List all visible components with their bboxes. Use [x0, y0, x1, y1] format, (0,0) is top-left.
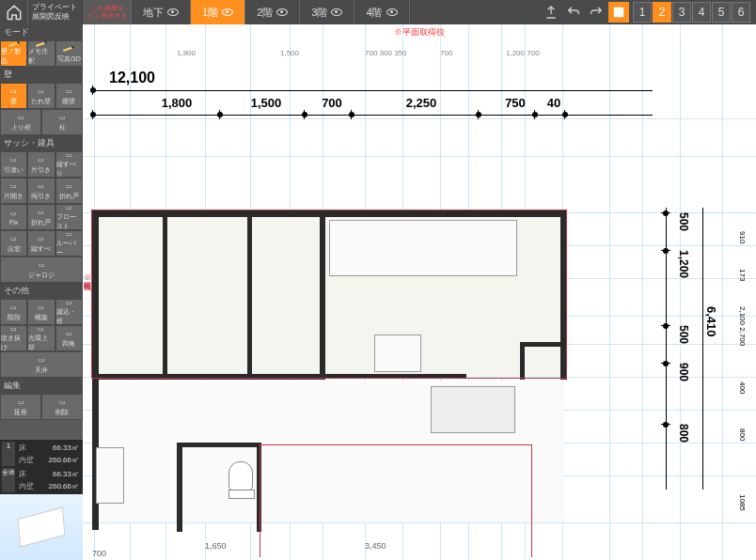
tool-glyph-icon: ▭ — [35, 86, 48, 96]
tool-蹴込・框[interactable]: ▭蹴込・框 — [55, 299, 83, 325]
wall-int-2 — [247, 210, 252, 380]
tool-光環上部[interactable]: ▭光環上部 — [27, 325, 55, 351]
tool-螺旋[interactable]: ▭螺旋 — [27, 299, 55, 325]
wall-lower-1 — [177, 443, 182, 532]
floorplan-canvas[interactable]: ※平面取得後 ※面回転後 1,8001,500700 300 3507001,2… — [83, 24, 756, 560]
tool-glyph-icon: ▭ — [8, 325, 21, 333]
tool-壁[interactable]: ▭壁 — [0, 83, 27, 109]
tool-出窓[interactable]: ▭出窓 — [0, 230, 27, 257]
tool-glyph-icon: ▭ — [62, 204, 75, 211]
tool-glyph-icon: ▭ — [35, 325, 48, 333]
status-total[interactable]: 全体 — [2, 468, 15, 492]
tool-引違い[interactable]: ▭引違い — [0, 151, 27, 178]
tool-片引き[interactable]: ▭片引き — [27, 151, 55, 178]
preview-3d[interactable] — [0, 494, 83, 560]
tool-glyph-icon: ▭ — [8, 181, 21, 191]
tool-吹き抜け[interactable]: ▭吹き抜け — [0, 325, 27, 351]
view-num-5[interactable]: 5 — [712, 2, 731, 23]
floor-tab-1[interactable]: 1階 — [191, 0, 245, 24]
tool-腰壁[interactable]: ▭腰壁 — [55, 83, 83, 109]
tool-フロースト[interactable]: ▭フロースト — [55, 204, 83, 230]
floor-tab-2[interactable]: 2階 — [245, 0, 300, 24]
view-num-6[interactable]: 6 — [732, 2, 750, 23]
dim-total-width: 12,100 — [109, 70, 155, 86]
tool-折れ戸[interactable]: ▭折れ戸 — [55, 178, 83, 204]
section-wall: 壁 — [0, 67, 83, 83]
view-num-3[interactable]: 3 — [672, 2, 691, 23]
floor-tab-3[interactable]: 3階 — [300, 0, 354, 24]
tool-柱[interactable]: ▭柱 — [41, 109, 83, 135]
tool-glyph-icon: ▭ — [55, 113, 69, 122]
tool-縦すべ[interactable]: ▭縦すべ — [27, 230, 55, 257]
view-number-group: 123456 — [633, 2, 750, 23]
floor-tab-4[interactable]: 4階 — [354, 0, 409, 24]
wall-step — [520, 342, 567, 347]
tool-glyph-icon: ▭ — [35, 303, 48, 312]
fixture-unit — [431, 386, 515, 433]
fixture-block — [374, 334, 421, 372]
preview-model — [18, 506, 66, 547]
wall-mid-2 — [325, 374, 466, 379]
eye-icon — [276, 8, 288, 16]
view-num-2[interactable]: 2 — [653, 2, 671, 23]
floor-tab-0[interactable]: 地下 — [132, 0, 191, 24]
tool-ジャロジ[interactable]: ▭ジャロジ — [0, 257, 83, 283]
wall-mid — [92, 374, 325, 380]
tool-glyph-icon: ▭ — [62, 329, 75, 338]
home-button[interactable] — [0, 0, 28, 24]
tool-縦すべり[interactable]: ▭縦すべり — [55, 151, 83, 178]
tool-glyph-icon: ▭ — [8, 155, 21, 164]
redo-icon[interactable] — [586, 2, 606, 23]
dim-vline-right2 — [702, 208, 703, 490]
fixture-left — [96, 447, 124, 504]
tool-glyph-icon: ▭ — [35, 208, 48, 217]
tool-glyph-icon: ▭ — [62, 230, 75, 238]
section-sash: サッシ・建具 — [0, 135, 83, 151]
tool-四角[interactable]: ▭四角 — [55, 325, 83, 351]
tool-階段[interactable]: ▭階段 — [0, 299, 27, 325]
wall-lower-2 — [257, 443, 261, 532]
eye-icon — [167, 8, 179, 16]
pin-button[interactable]: この画面を ピン留めする — [85, 0, 132, 24]
tool-たれ壁[interactable]: ▭たれ壁 — [27, 83, 55, 109]
tool-glyph-icon: ▭ — [35, 234, 48, 243]
share-icon[interactable] — [541, 2, 561, 23]
tool-glyph-icon: ▭ — [8, 209, 21, 218]
eye-icon — [222, 8, 233, 16]
wall-step-v — [520, 342, 525, 380]
view-num-1[interactable]: 1 — [633, 2, 652, 23]
tool-glyph-icon: ▭ — [35, 260, 48, 270]
tool-glyph-icon: ▭ — [8, 86, 21, 96]
dim-right-total: 6,410 — [704, 306, 718, 337]
status-floor-num[interactable]: 1 — [2, 442, 15, 466]
tool-削除[interactable]: ▭削除 — [41, 394, 83, 420]
tool-壁ノ製品[interactable]: 壁ノ製品 — [0, 40, 27, 67]
tool-ルーバー[interactable]: ▭ルーバー — [55, 230, 83, 257]
fixture-counter — [329, 220, 517, 276]
dim-line-1 — [92, 90, 653, 91]
section-other: その他 — [0, 283, 83, 299]
tool-片開き[interactable]: ▭片開き — [0, 178, 27, 204]
toilet-fixture — [228, 461, 255, 499]
tool-メモ注釈[interactable]: メモ注釈 — [27, 40, 55, 67]
view-mode-button[interactable] — [608, 2, 629, 23]
tool-glyph-icon: ▭ — [62, 151, 75, 159]
tool-glyph-icon — [62, 44, 75, 54]
tool-天井[interactable]: ▭天井 — [0, 351, 83, 378]
eye-icon — [331, 8, 342, 16]
view-num-4[interactable]: 4 — [692, 2, 711, 23]
tool-上り框[interactable]: ▭上り框 — [0, 109, 41, 135]
tool-折れ戸[interactable]: ▭折れ戸 — [27, 204, 55, 230]
undo-icon[interactable] — [563, 2, 584, 23]
tool-glyph-icon: ▭ — [62, 86, 75, 96]
document-title: プライベート 展開図反映 — [28, 0, 85, 24]
tool-両引き[interactable]: ▭両引き — [27, 178, 55, 204]
tool-glyph-icon: ▭ — [62, 299, 75, 306]
vert-red-label: ※面回転後 — [83, 269, 91, 276]
tool-glyph-icon: ▭ — [35, 355, 48, 365]
tool-写真/3D[interactable]: 写真/3D — [55, 40, 83, 67]
tool-glyph-icon: ▭ — [8, 234, 21, 243]
tool-Fix[interactable]: ▭Fix — [0, 204, 27, 230]
eye-icon — [386, 8, 398, 16]
tool-延長[interactable]: ▭延長 — [0, 394, 41, 420]
